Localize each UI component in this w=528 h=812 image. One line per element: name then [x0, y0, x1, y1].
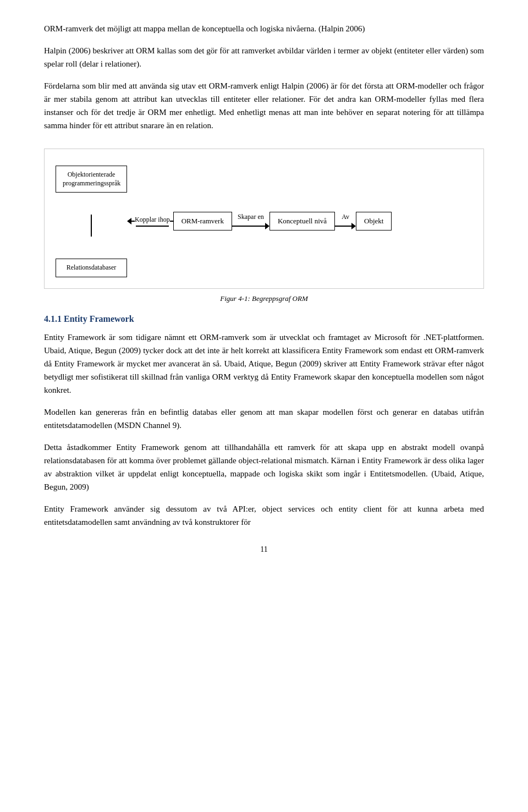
paragraph6: Entity Framework använder sig dessutom a…: [44, 502, 484, 529]
paragraph3: Entity Framework är som tidigare nämnt e…: [44, 331, 484, 397]
konceptuell-box: Konceptuell nivå: [270, 212, 335, 231]
main-content: ORM-ramverk det möjligt att mappa mellan…: [44, 22, 484, 554]
diagram-caption: Figur 4-1: Begreppsgraf ORM: [44, 294, 484, 303]
arrow2-container: Skapar en: [232, 213, 270, 229]
diagram-container: Objektorienterade programmeringsspråk Re…: [44, 149, 484, 289]
left-boxes: Objektorienterade programmeringsspråk Re…: [56, 166, 127, 277]
intro-paragraph: ORM-ramverk det möjligt att mappa mellan…: [44, 22, 484, 35]
arrow1-container: Kopplar ihop: [127, 216, 173, 227]
left-box-oop: Objektorienterade programmeringsspråk: [56, 166, 127, 193]
paragraph4: Modellen kan genereras från en befintlig…: [44, 405, 484, 432]
arrow2-label: Skapar en: [238, 213, 264, 221]
diagram-wrapper: Objektorienterade programmeringsspråk Re…: [56, 166, 472, 277]
paragraph5: Detta åstadkommer Entity Framework genom…: [44, 441, 484, 493]
arrow1-label: Kopplar ihop: [135, 216, 170, 224]
arrow3-container: Av: [335, 213, 356, 229]
left-box-reldb: Relationsdatabaser: [56, 259, 127, 277]
section-heading: 4.1.1 Entity Framework: [44, 314, 484, 324]
objekt-box: Objekt: [356, 212, 392, 231]
arrow3-label: Av: [342, 213, 349, 221]
orm-box: ORM-ramverk: [173, 212, 232, 231]
page-number: 11: [44, 545, 484, 554]
paragraph2: Fördelarna som blir med att använda sig …: [44, 79, 484, 132]
paragraph1: Halpin (2006) beskriver att ORM kallas s…: [44, 44, 484, 70]
